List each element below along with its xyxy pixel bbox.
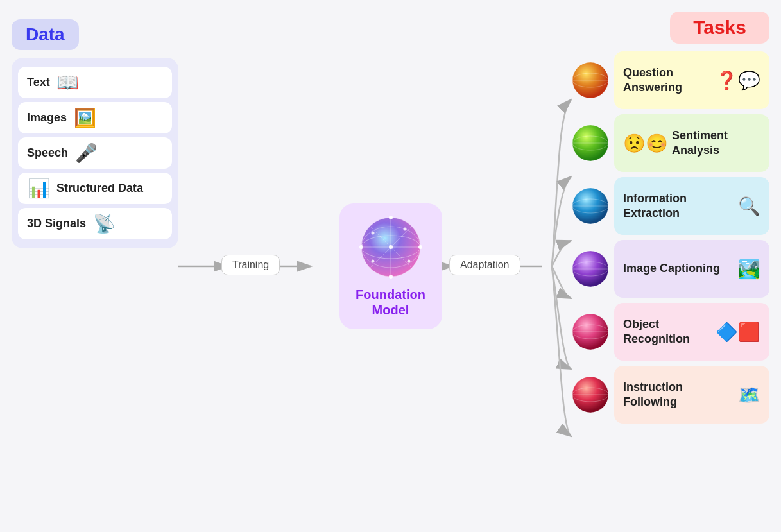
svg-point-20 (371, 259, 374, 262)
if-icon: 🗺️ (738, 384, 760, 406)
data-item-3d-label: 3D Signals (27, 217, 86, 230)
task-box-qa: Question Answering ❓💬 (614, 51, 769, 109)
task-if-wrapper: Instruction Following 🗺️ (571, 366, 769, 424)
svg-point-15 (389, 275, 393, 279)
ic-icon: 🏞️ (738, 259, 760, 280)
task-if-label: Instruction Following (623, 380, 734, 410)
sa-icon-neg: 😟😊 (623, 133, 668, 154)
task-sa-wrapper: 😟😊 Sentiment Analysis (571, 114, 769, 172)
task-qa-label: Question Answering (623, 65, 712, 96)
structured-icon: 📊 (27, 178, 50, 199)
qa-icon: ❓💬 (716, 70, 760, 91)
or-sphere (571, 312, 610, 352)
task-ic-label: Image Captioning (623, 261, 734, 276)
3d-icon: 📡 (92, 213, 116, 234)
svg-point-16 (359, 245, 363, 249)
task-qa-wrapper: Question Answering ❓💬 (571, 51, 769, 109)
data-item-images-label: Images (27, 111, 67, 124)
data-item-3d: 3D Signals 📡 (18, 208, 172, 239)
task-or-label: Object Recognition (623, 317, 712, 347)
task-ie-wrapper: Information Extraction 🔍 (571, 177, 769, 235)
ic-sphere (571, 249, 610, 289)
foundation-sphere (359, 215, 423, 279)
task-box-sa: 😟😊 Sentiment Analysis (614, 114, 769, 172)
task-ic-wrapper: Image Captioning 🏞️ (571, 240, 769, 298)
svg-point-19 (407, 259, 410, 262)
qa-sphere (571, 60, 610, 100)
ie-icon: 🔍 (738, 196, 760, 217)
images-icon: 🖼️ (73, 107, 96, 128)
foundation-model-box: Foundation Model (339, 203, 442, 329)
data-item-images: Images 🖼️ (18, 102, 172, 133)
data-item-speech: Speech 🎤 (18, 137, 172, 169)
training-label: Training (221, 255, 280, 275)
text-icon: 📖 (56, 72, 80, 93)
adaptation-label: Adaptation (449, 255, 520, 275)
if-sphere (571, 375, 610, 415)
data-item-text: Text 📖 (18, 67, 172, 98)
tasks-title: Tasks (693, 17, 746, 38)
ie-sphere (571, 186, 610, 226)
data-item-structured-label: Structured Data (56, 182, 143, 195)
sa-sphere (571, 123, 610, 163)
task-or-wrapper: Object Recognition 🔷🟥 (571, 303, 769, 361)
tasks-header: Tasks (670, 12, 769, 44)
tasks-column: Question Answering ❓💬 😟😊 Sentiment Analy… (571, 51, 769, 424)
task-box-or: Object Recognition 🔷🟥 (614, 303, 769, 361)
task-box-ie: Information Extraction 🔍 (614, 177, 769, 235)
or-icon: 🔷🟥 (716, 322, 760, 343)
data-item-text-label: Text (27, 76, 50, 89)
speech-icon: 🎤 (74, 142, 98, 164)
task-box-ic: Image Captioning 🏞️ (614, 240, 769, 298)
svg-point-21 (371, 231, 374, 234)
data-item-structured: 📊 Structured Data (18, 173, 172, 204)
task-sa-label: Sentiment Analysis (672, 128, 760, 159)
svg-point-13 (389, 216, 393, 219)
svg-point-18 (403, 227, 406, 230)
svg-point-17 (389, 245, 393, 249)
data-items-box: Text 📖 Images 🖼️ Speech 🎤 📊 Structured D… (12, 58, 178, 248)
task-ie-label: Information Extraction (623, 191, 734, 221)
data-section: Data Text 📖 Images 🖼️ Speech 🎤 📊 Structu… (12, 19, 178, 248)
svg-point-14 (418, 245, 422, 249)
data-label: Data (26, 24, 65, 44)
task-box-if: Instruction Following 🗺️ (614, 366, 769, 424)
data-item-speech-label: Speech (27, 146, 68, 160)
data-label-box: Data (12, 19, 79, 50)
foundation-label: Foundation Model (355, 287, 427, 318)
